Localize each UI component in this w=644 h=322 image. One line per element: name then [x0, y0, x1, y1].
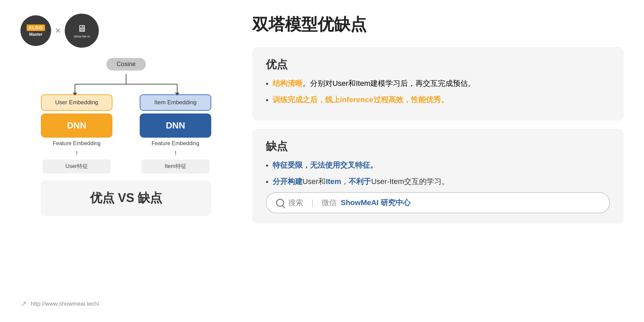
vs-text: 优点 VS 缺点: [90, 191, 162, 205]
left-footer: ↗ http://www.showmeai.tech/: [20, 300, 232, 308]
advantage-highlight-2: 训练完成之后，线上: [273, 95, 340, 104]
user-dnn-label: DNN: [67, 120, 86, 131]
wechat-label: 微信: [322, 198, 337, 208]
disadvantage-text-1: 特征受限，无法使用交叉特征。: [273, 159, 378, 171]
user-up-arrow: ↑: [75, 149, 79, 157]
advantages-card: 优点 • 结构清晰。分别对User和Item建模学习后，再交互完成预估。 • 训…: [252, 47, 624, 121]
advantage-item-1: • 结构清晰。分别对User和Item建模学习后，再交互完成预估。: [266, 78, 610, 89]
item-feature-embed-label: Feature Embedding: [152, 140, 200, 147]
search-divider: ｜: [309, 198, 316, 208]
connector-svg: [41, 74, 211, 94]
disadvantage-item-2: • 分开构建User和Item，不利于User-Item交互的学习。: [266, 176, 610, 187]
item-feature-label: Item特征: [165, 163, 186, 169]
dis-highlight-2b: 不利于: [349, 177, 371, 186]
connector-top: [41, 74, 211, 94]
item-feature-box: Item特征: [141, 159, 210, 173]
embeddings-row: User Embedding DNN Feature Embedding ↑ U…: [41, 94, 211, 173]
item-tower: Item Embedding DNN Feature Embedding ↑ I…: [140, 94, 211, 173]
advantage-highlight-1: 结构清晰: [273, 79, 303, 88]
cosine-label: Cosine: [117, 61, 136, 67]
user-feature-box: User特征: [43, 159, 111, 173]
disadvantages-title: 缺点: [266, 139, 610, 154]
advantage-item-2: • 训练完成之后，线上inference过程高效，性能优秀。: [266, 94, 610, 106]
search-box[interactable]: 搜索 ｜ 微信 ShowMeAI 研究中心: [266, 192, 610, 213]
item-dnn-box: DNN: [140, 113, 211, 138]
disadvantage-text-2: 分开构建User和Item，不利于User-Item交互的学习。: [273, 176, 449, 187]
dis-rest: User-Item交互的学习。: [371, 177, 449, 186]
master-text: Master: [29, 32, 43, 37]
logo-area: ALGO Master × 🖥 Show Me AI: [20, 14, 232, 48]
bullet-2: •: [266, 94, 269, 106]
logo-x: ×: [55, 25, 61, 36]
advantages-title: 优点: [266, 57, 610, 72]
user-feature-embed-label: Feature Embedding: [53, 140, 101, 147]
item-embed-label: Item Embedding: [154, 99, 197, 106]
advantage-text-2: 训练完成之后，线上inference过程高效，性能优秀。: [273, 94, 448, 105]
item-dnn-label: DNN: [166, 120, 185, 131]
showme-logo: 🖥 Show Me AI: [65, 14, 99, 48]
user-tower: User Embedding DNN Feature Embedding ↑ U…: [41, 94, 112, 173]
disadvantage-item-1: • 特征受限，无法使用交叉特征。: [266, 159, 610, 171]
user-embedding-box: User Embedding: [41, 94, 112, 111]
showme-text: Show Me AI: [74, 35, 90, 39]
search-icon: [276, 199, 284, 207]
item-up-arrow: ↑: [174, 149, 178, 157]
user-feature-label: User特征: [65, 163, 88, 169]
algo-text: ALGO: [27, 25, 45, 31]
vs-box: 优点 VS 缺点: [41, 180, 211, 216]
bullet-3: •: [266, 160, 269, 171]
algo-master-logo: ALGO Master: [20, 15, 51, 46]
dis-mid-1: User和: [303, 177, 326, 186]
monitor-icon: 🖥: [77, 23, 87, 34]
website-url: http://www.showmeai.tech/: [31, 301, 99, 307]
user-embed-label: User Embedding: [55, 99, 98, 106]
right-panel: 双塔模型优缺点 优点 • 结构清晰。分别对User和Item建模学习后，再交互完…: [252, 14, 624, 308]
page-title: 双塔模型优缺点: [252, 14, 624, 35]
advantage-inference: inference: [340, 95, 373, 104]
search-placeholder: 搜索: [288, 198, 303, 208]
dis-mid-2: ，: [341, 177, 349, 186]
cursor-icon: ↗: [20, 300, 27, 308]
diagram: Cosine: [20, 58, 232, 293]
bullet-4: •: [266, 176, 269, 187]
dis-highlight-1: 特征受限，无法使用交叉特征。: [273, 161, 378, 169]
advantage-text-1: 结构清晰。分别对User和Item建模学习后，再交互完成预估。: [273, 78, 475, 89]
item-embedding-box: Item Embedding: [140, 94, 211, 111]
dis-highlight-2a: 分开构建: [273, 177, 303, 186]
dis-item: Item: [326, 177, 341, 186]
disadvantages-card: 缺点 • 特征受限，无法使用交叉特征。 • 分开构建User和Item，不利于U…: [252, 129, 624, 224]
bullet-1: •: [266, 78, 269, 89]
advantage-rest-2: 过程高效，性能优秀。: [373, 95, 448, 104]
cosine-node: Cosine: [106, 58, 146, 71]
user-dnn-box: DNN: [41, 113, 112, 138]
brand-text: ShowMeAI 研究中心: [341, 198, 411, 208]
